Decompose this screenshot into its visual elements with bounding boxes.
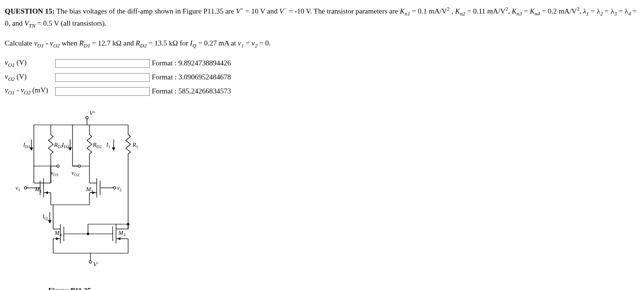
svg-text:M3: M3 [118, 229, 126, 237]
svg-text:ID2: ID2 [61, 141, 69, 149]
svg-text:M2: M2 [86, 186, 93, 194]
svg-text:M1: M1 [34, 186, 42, 194]
svg-text:ID1: ID1 [23, 141, 30, 149]
answer-label-vo2: vO2 (V) [5, 71, 55, 84]
svg-point-25 [25, 187, 27, 189]
svg-text:vO2: vO2 [72, 169, 79, 177]
circuit-figure: V+ RD1 ID1 vO1 v1 M1 [5, 108, 639, 290]
svg-text:R1: R1 [132, 141, 138, 149]
answer-input-diff[interactable] [55, 87, 150, 96]
svg-text:I1: I1 [106, 141, 111, 149]
svg-point-75 [127, 223, 129, 225]
svg-text:V+: V+ [89, 109, 95, 117]
svg-text:RD2: RD2 [92, 141, 102, 149]
svg-point-37 [78, 165, 81, 168]
svg-text:v1: v1 [15, 184, 20, 192]
svg-point-46 [114, 187, 116, 189]
format-hint-vo1: Format : 9.8924738894426 [152, 57, 233, 70]
svg-point-0 [86, 117, 88, 119]
question-calc-line: Calculate vO1 - vO2 when RD1 = 12.7 kΩ a… [5, 38, 639, 50]
answer-input-vo2[interactable] [55, 73, 150, 82]
table-row: vO1 - vO2 (mV) Format : 585.24266834573 [5, 84, 233, 97]
table-row: vO1 (V) Format : 9.8924738894426 [5, 57, 233, 70]
svg-point-12 [57, 165, 59, 168]
answer-label-vo1: vO1 (V) [5, 57, 55, 70]
answer-table: vO1 (V) Format : 9.8924738894426 vO2 (V)… [5, 56, 233, 99]
figure-caption: Figure P11.35 [48, 285, 639, 290]
circuit-svg: V+ RD1 ID1 vO1 v1 M1 [5, 108, 150, 282]
answer-label-diff: vO1 - vO2 (mV) [5, 84, 55, 97]
table-row: vO2 (V) Format : 3.0906952484678 [5, 71, 233, 84]
svg-point-78 [89, 261, 92, 263]
svg-text:V−: V− [93, 260, 99, 268]
svg-text:IQ: IQ [42, 213, 48, 221]
format-hint-diff: Format : 585.24266834573 [152, 84, 233, 97]
question-number: QUESTION 15: [5, 7, 55, 15]
svg-text:v2: v2 [117, 184, 122, 192]
answer-input-vo1[interactable] [55, 59, 150, 68]
svg-text:vO1: vO1 [51, 169, 59, 177]
format-hint-vo2: Format : 3.0906952484678 [152, 71, 233, 84]
question-line-1: QUESTION 15: The bias voltages of the di… [5, 5, 639, 30]
